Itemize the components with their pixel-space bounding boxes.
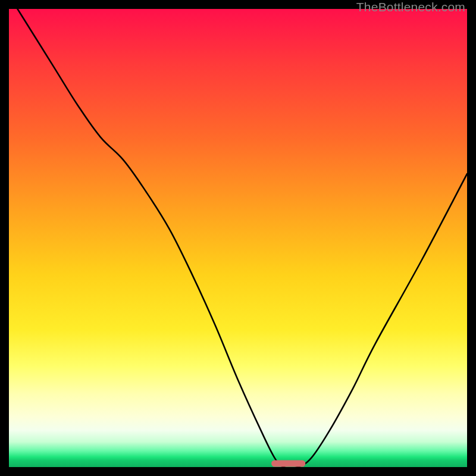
watermark-text: TheBottleneck.com	[356, 0, 465, 14]
bottleneck-curve	[9, 9, 467, 467]
curve-layer	[9, 9, 467, 467]
chart-frame: TheBottleneck.com	[0, 0, 476, 476]
plot-area	[9, 9, 467, 467]
